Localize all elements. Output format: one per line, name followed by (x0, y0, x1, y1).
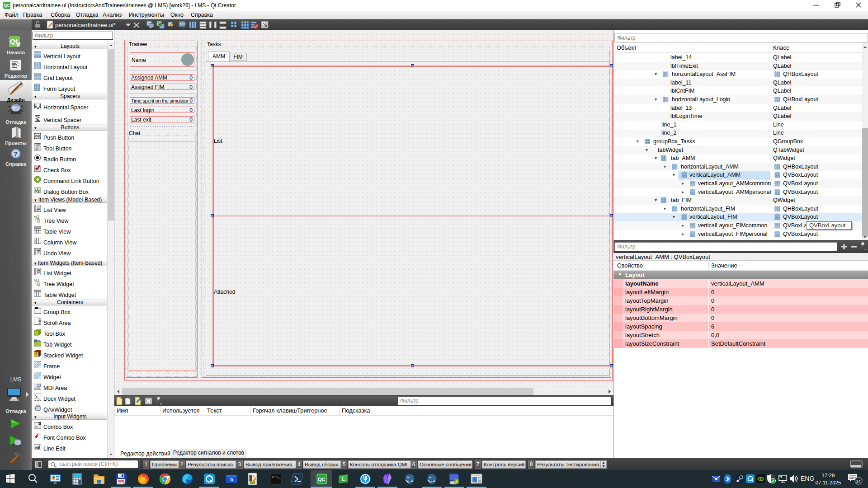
svg-text:Qt: Qt (10, 38, 18, 45)
svg-text:21: 21 (123, 482, 126, 485)
svg-text:QC: QC (318, 477, 326, 482)
svg-text:123: 123 (179, 22, 186, 26)
svg-text:L: L (342, 476, 345, 482)
svg-text:C:\_: C:\_ (272, 475, 280, 479)
svg-text:14: 14 (856, 479, 861, 483)
svg-text:?: ? (14, 150, 18, 157)
svg-text:b: b (230, 477, 233, 482)
